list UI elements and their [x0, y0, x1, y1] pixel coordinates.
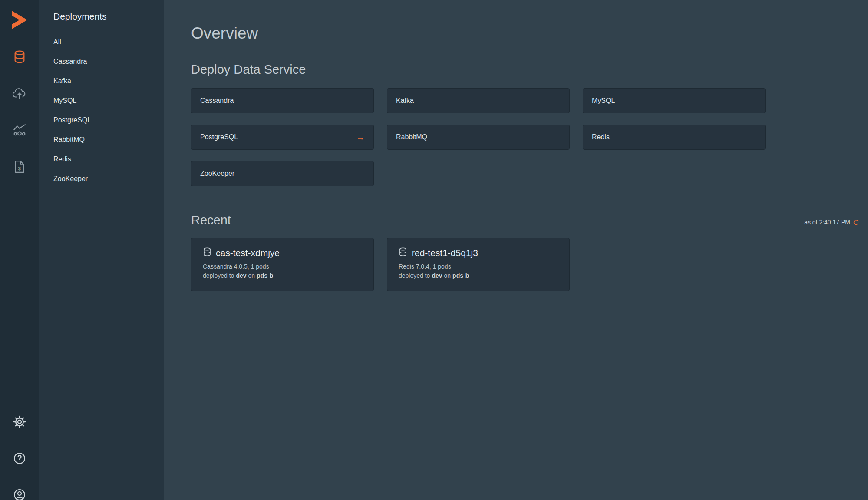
sidebar-item-cassandra[interactable]: Cassandra [39, 52, 164, 71]
service-label: RabbitMQ [396, 133, 427, 141]
deploy-card-rabbitmq[interactable]: RabbitMQ [387, 125, 570, 150]
nav-deployments-database-icon[interactable] [0, 39, 39, 76]
deploy-card-postgresql[interactable]: PostgreSQL → [191, 125, 374, 150]
help-icon[interactable] [0, 440, 39, 477]
svg-text:$: $ [18, 165, 21, 171]
as-of-timestamp: as of 2:40:17 PM [804, 219, 859, 226]
account-icon[interactable] [0, 477, 39, 500]
service-label: Kafka [396, 97, 414, 105]
on-word: on [248, 272, 255, 279]
as-of-label: as of 2:40:17 PM [804, 219, 850, 226]
main-content: Overview Deploy Data Service Cassandra K… [164, 0, 868, 500]
deploy-section: Deploy Data Service Cassandra Kafka MySQ… [191, 62, 859, 186]
page-title: Overview [191, 24, 859, 43]
deployed-prefix: deployed to [399, 272, 430, 279]
deploy-section-title: Deploy Data Service [191, 62, 859, 77]
env-name: dev [236, 272, 246, 279]
deploy-card-kafka[interactable]: Kafka [387, 88, 570, 113]
deployment-tech: Cassandra 4.0.5, 1 pods [203, 263, 362, 270]
sidebar-item-postgresql[interactable]: PostgreSQL [39, 110, 164, 130]
nav-cloud-upload-icon[interactable] [0, 76, 39, 112]
sidebar-item-kafka[interactable]: Kafka [39, 71, 164, 91]
on-word: on [444, 272, 451, 279]
nav-monitoring-chart-icon[interactable] [0, 112, 39, 148]
recent-section-title: Recent [191, 213, 231, 227]
recent-card-title-row: cas-test-xdmjye [203, 247, 362, 259]
sidebar-item-rabbitmq[interactable]: RabbitMQ [39, 130, 164, 149]
cluster-name: pds-b [257, 272, 273, 279]
deploy-card-cassandra[interactable]: Cassandra [191, 88, 374, 113]
service-label: MySQL [592, 97, 615, 105]
rail-nav: $ [0, 39, 39, 185]
rail-footer [0, 404, 39, 500]
refresh-icon[interactable] [853, 219, 859, 226]
settings-gear-icon[interactable] [0, 404, 39, 440]
env-name: dev [432, 272, 442, 279]
service-label: PostgreSQL [200, 133, 238, 141]
recent-card-title-row: red-test1-d5q1j3 [399, 247, 558, 259]
cluster-name: pds-b [452, 272, 469, 279]
deployments-sidebar: Deployments All Cassandra Kafka MySQL Po… [39, 0, 164, 500]
sidebar-title: Deployments [39, 11, 164, 22]
deployment-name: red-test1-d5q1j3 [412, 248, 478, 258]
arrow-right-icon: → [356, 133, 365, 141]
deployment-name: cas-test-xdmjye [216, 248, 280, 258]
sidebar-item-redis[interactable]: Redis [39, 149, 164, 169]
database-icon [399, 247, 407, 259]
percona-logo[interactable] [10, 9, 29, 31]
recent-card-cas-test-xdmjye[interactable]: cas-test-xdmjye Cassandra 4.0.5, 1 pods … [191, 238, 374, 291]
service-label: Cassandra [200, 97, 234, 105]
database-icon [203, 247, 211, 259]
recent-section: Recent as of 2:40:17 PM [191, 213, 859, 291]
deployment-target: deployed to dev on pds-b [203, 272, 362, 279]
recent-card-red-test1-d5q1j3[interactable]: red-test1-d5q1j3 Redis 7.0.4, 1 pods dep… [387, 238, 570, 291]
deployment-target: deployed to dev on pds-b [399, 272, 558, 279]
deployment-tech: Redis 7.0.4, 1 pods [399, 263, 558, 270]
icon-rail: $ [0, 0, 39, 500]
nav-invoice-icon[interactable]: $ [0, 148, 39, 185]
sidebar-item-mysql[interactable]: MySQL [39, 91, 164, 110]
deploy-card-zookeeper[interactable]: ZooKeeper [191, 161, 374, 186]
sidebar-item-all[interactable]: All [39, 32, 164, 52]
sidebar-item-zookeeper[interactable]: ZooKeeper [39, 169, 164, 188]
recent-grid: cas-test-xdmjye Cassandra 4.0.5, 1 pods … [191, 238, 859, 291]
service-label: Redis [592, 133, 610, 141]
deployed-prefix: deployed to [203, 272, 234, 279]
recent-header: Recent as of 2:40:17 PM [191, 213, 859, 227]
service-label: ZooKeeper [200, 170, 234, 178]
deploy-card-redis[interactable]: Redis [583, 125, 766, 150]
deploy-service-grid: Cassandra Kafka MySQL PostgreSQL → Rabbi… [191, 88, 859, 186]
deployments-filter-list: All Cassandra Kafka MySQL PostgreSQL Rab… [39, 32, 164, 188]
deploy-card-mysql[interactable]: MySQL [583, 88, 766, 113]
